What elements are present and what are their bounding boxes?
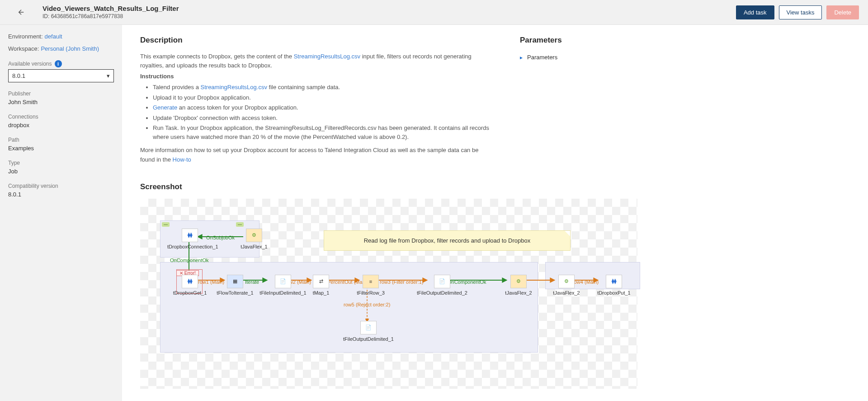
parameters-expand[interactable]: ▸ Parameters (520, 52, 692, 62)
add-task-button[interactable]: Add task (736, 5, 774, 19)
gear-icon: ⚙ (564, 278, 569, 284)
panel-tag: — (162, 222, 170, 227)
type-value: Job (8, 168, 114, 175)
page-header: Video_Viewers_Watch_Results_Log_Filter I… (0, 0, 868, 25)
component-tjavaflex: ⚙ tJavaFlex_1 (241, 229, 268, 249)
workspace-link[interactable]: Personal (John Smith) (41, 45, 99, 52)
environment-label: Environment: (8, 33, 43, 40)
path-label: Path (8, 137, 114, 143)
diagram-note: Read log file from Dropbox, filter recor… (324, 230, 571, 251)
instructions-list: Talend provides a StreamingResultsLog.cs… (140, 83, 493, 141)
component-tmap: ⇄ tMap_1 (307, 275, 335, 296)
component-tjavaflex2-label: ⚙ tJavaFlex_2 (552, 275, 581, 296)
publisher-value: John Smith (8, 99, 114, 105)
parameters-heading: Parameters (520, 36, 692, 45)
generate-link[interactable]: Generate (153, 104, 177, 111)
info-icon[interactable]: i (55, 60, 62, 67)
publisher-label: Publisher (8, 91, 114, 97)
panel-tag: — (236, 222, 244, 227)
more-info-text: More information on how to set up your D… (140, 146, 493, 164)
back-button[interactable] (14, 5, 29, 20)
environment-link[interactable]: default (45, 33, 62, 40)
instruction-item: Upload it to your Dropbox application. (153, 93, 493, 102)
instruction-item: Run Task. In your Dropbox application, t… (153, 124, 493, 141)
compat-value: 8.0.1 (8, 191, 114, 198)
component-tdropboxput: ⧫⧫ tDropboxPut_1 (592, 275, 636, 296)
instruction-item: Talend provides a StreamingResultsLog.cs… (153, 83, 493, 92)
chevron-right-icon: ▸ (520, 54, 523, 61)
workspace-label: Workspace: (8, 45, 39, 52)
chevron-down-icon: ▾ (107, 72, 110, 79)
gear-icon: ⚙ (516, 278, 521, 284)
component-tfileoutputdelimited1: 📄 tFileOutputDelimited_1 (339, 321, 398, 342)
instructions-label: Instructions (140, 72, 493, 81)
artifact-id: ID: 64368561c786a817e5977838 (42, 13, 179, 19)
component-tfileinputdelimited: 📄 tFileInputDelimited_1 (257, 275, 309, 296)
component-tdropboxget: ⧫⧫ tDropboxGet_1 (170, 275, 210, 296)
type-label: Type (8, 160, 114, 166)
dropbox-icon: ⧫⧫ (188, 232, 192, 238)
flow-label: row5 (Reject order:2) (344, 302, 390, 307)
title-block: Video_Viewers_Watch_Results_Log_Filter I… (42, 5, 179, 19)
component-tflowtoiterate: ▦ tFlowToIterate_1 (212, 275, 258, 296)
job-diagram: — — Read log file from Dropbox, filter r… (140, 199, 637, 389)
instruction-item: Update 'Dropbox' connection with access … (153, 114, 493, 123)
connections-value: dropbox (8, 122, 114, 129)
compat-label: Compatibility version (8, 183, 114, 189)
delete-button[interactable]: Delete (826, 5, 859, 19)
path-value: Examples (8, 145, 114, 152)
description-text: This example connects to Dropbox, gets t… (140, 52, 493, 70)
connections-label: Connections (8, 114, 114, 120)
dropbox-icon: ⧫⧫ (612, 278, 616, 284)
sidebar: Environment: default Workspace: Personal… (0, 25, 122, 401)
gear-icon: ⚙ (252, 232, 256, 238)
component-tfilterrow: ≡ tFilterRow_3 (353, 275, 389, 296)
component-tfileoutputdelimited2: 📄 tFileOutputDelimited_2 (411, 275, 473, 296)
screenshot-heading: Screenshot (140, 182, 850, 191)
main-content: Description This example connects to Dro… (122, 25, 868, 401)
description-heading: Description (140, 36, 493, 45)
view-tasks-button[interactable]: View tasks (779, 5, 822, 19)
component-tjavaflex2: ⚙ tJavaFlex_2 (503, 275, 534, 296)
flow-label: OnComponentOk (170, 258, 209, 263)
streaming-results-log-link[interactable]: StreamingResultsLog.csv (294, 53, 360, 60)
versions-label: Available versions (8, 61, 52, 67)
instruction-item: Generate an access token for your Dropbo… (153, 103, 493, 112)
version-select[interactable]: 8.0.1 ▾ (8, 69, 114, 82)
how-to-link[interactable]: How-to (173, 156, 191, 163)
dropbox-icon: ⧫⧫ (188, 278, 192, 284)
arrow-left-icon (17, 8, 25, 16)
sample-file-link[interactable]: StreamingResultsLog.csv (201, 84, 267, 91)
page-title: Video_Viewers_Watch_Results_Log_Filter (42, 5, 179, 12)
component-tdropboxconnection: ⧫⧫ tDropboxConnection_1 (167, 229, 212, 249)
